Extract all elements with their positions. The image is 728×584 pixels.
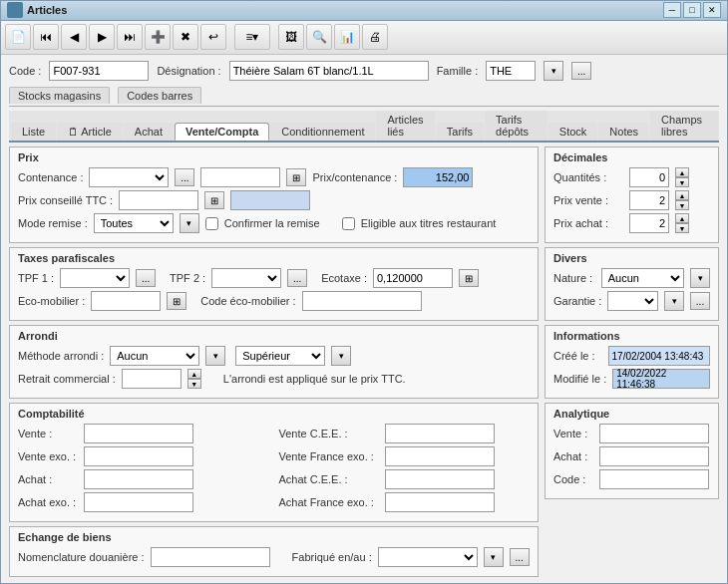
retrait-down-btn[interactable]: ▼: [187, 379, 201, 389]
vente-input[interactable]: [84, 424, 193, 443]
cree-row: Créé le : 17/02/2004 13:48:43: [553, 346, 710, 366]
vente-france-exo-input[interactable]: [385, 446, 495, 466]
tab-stock[interactable]: Stock: [548, 123, 598, 141]
tab-tarifs[interactable]: Tarifs: [436, 123, 484, 141]
contenance-input[interactable]: [200, 167, 280, 187]
tab-liste[interactable]: Liste: [11, 123, 56, 141]
toolbar-photo-btn[interactable]: 🖼: [278, 24, 304, 50]
prix-vente-down-btn[interactable]: ▼: [675, 200, 689, 210]
vente-label: Vente :: [18, 428, 78, 439]
window-title: Articles: [27, 4, 663, 16]
superieur-dropdown[interactable]: ▾: [331, 346, 351, 366]
ecotaxe-input[interactable]: [373, 268, 453, 288]
famille-dropdown-btn[interactable]: ▾: [544, 61, 563, 81]
minimize-button[interactable]: ─: [663, 2, 681, 18]
achat-input[interactable]: [84, 469, 193, 489]
toolbar-first-btn[interactable]: ⏮: [33, 24, 59, 50]
eligible-titres-checkbox[interactable]: [342, 217, 355, 230]
analytique-code-input[interactable]: [599, 469, 709, 489]
contenance-more-btn[interactable]: ...: [175, 168, 194, 186]
nature-select[interactable]: Aucun: [601, 268, 684, 288]
analytique-achat-input[interactable]: [599, 446, 709, 466]
achat-exo-input[interactable]: [84, 492, 193, 512]
close-button[interactable]: ✕: [703, 2, 721, 18]
tpf2-more-btn[interactable]: ...: [287, 269, 307, 287]
code-eco-input[interactable]: [302, 291, 422, 311]
quantites-input[interactable]: [629, 167, 669, 187]
designation-input[interactable]: [229, 61, 429, 81]
tab-achat[interactable]: Achat: [124, 123, 174, 141]
prix-vente-input[interactable]: [629, 190, 669, 210]
fabrique-more-btn[interactable]: ...: [510, 548, 530, 566]
mode-remise-dropdown[interactable]: ▾: [180, 213, 199, 233]
tab-champs-libres[interactable]: Champs libres: [650, 111, 718, 141]
prix-achat-down-btn[interactable]: ▼: [675, 223, 689, 233]
toolbar-list-btn[interactable]: ≡▾: [234, 24, 270, 50]
toolbar-print-btn[interactable]: 🖨: [362, 24, 388, 50]
contenance-calc-btn[interactable]: ⊞: [286, 168, 306, 186]
confirmer-remise-checkbox[interactable]: [205, 217, 218, 230]
tab-article[interactable]: 🗒Article: [57, 123, 123, 141]
achat-cee-input[interactable]: [385, 469, 495, 489]
famille-input[interactable]: [486, 61, 536, 81]
prix-vente-up-btn[interactable]: ▲: [675, 190, 689, 200]
title-bar: Articles ─ □ ✕: [1, 1, 727, 21]
tpf1-select[interactable]: [60, 268, 130, 288]
prix-conseille-input[interactable]: [119, 190, 198, 210]
toolbar-search-btn[interactable]: 🔍: [306, 24, 332, 50]
vente-cee-input[interactable]: [385, 424, 495, 443]
toolbar-cancel-btn[interactable]: ↩: [200, 24, 226, 50]
nomenclature-input[interactable]: [151, 547, 270, 567]
toolbar-chart-btn[interactable]: 📊: [334, 24, 360, 50]
tab-stocks-magasins[interactable]: Stocks magasins: [9, 87, 110, 104]
tab-vente-compta[interactable]: Vente/Compta: [175, 123, 269, 141]
prix-conseille-calc-btn[interactable]: ⊞: [204, 191, 224, 209]
tpf1-more-btn[interactable]: ...: [136, 269, 156, 287]
nature-dropdown[interactable]: ▾: [690, 268, 710, 288]
famille-more-btn[interactable]: ...: [571, 62, 591, 80]
achat-france-exo-input[interactable]: [385, 492, 495, 512]
compta-left: Vente : Vente exo. : Achat :: [18, 424, 269, 515]
fabrique-select[interactable]: [378, 547, 478, 567]
famille-label: Famille :: [437, 65, 479, 77]
eco-mobilier-calc-btn[interactable]: ⊞: [167, 292, 186, 310]
quantites-up-btn[interactable]: ▲: [675, 167, 689, 177]
tab-articles-lies[interactable]: Articles liés: [376, 111, 434, 141]
contenance-label: Contenance :: [18, 171, 83, 183]
achat-exo-row: Achat exo. :: [18, 492, 269, 512]
toolbar-play-btn[interactable]: ▶: [89, 24, 115, 50]
fabrique-dropdown[interactable]: ▾: [484, 547, 504, 567]
toolbar-prev-btn[interactable]: ◀: [61, 24, 87, 50]
toolbar-last-btn[interactable]: ⏭: [117, 24, 143, 50]
maximize-button[interactable]: □: [683, 2, 701, 18]
prix-achat-up-btn[interactable]: ▲: [675, 213, 689, 223]
garantie-more-btn[interactable]: ...: [690, 292, 710, 310]
tab-conditionnement[interactable]: Conditionnement: [270, 123, 375, 141]
mode-remise-select[interactable]: Toutes: [94, 213, 174, 233]
methode-dropdown[interactable]: ▾: [205, 346, 225, 366]
code-input[interactable]: [49, 61, 149, 81]
prix-achat-input[interactable]: [629, 213, 669, 233]
retrait-input[interactable]: [122, 369, 182, 389]
analytique-vente-input[interactable]: [599, 424, 709, 443]
garantie-select[interactable]: [607, 291, 658, 311]
echange-title: Echange de biens: [18, 531, 530, 543]
quantites-down-btn[interactable]: ▼: [675, 177, 689, 187]
tab-codes-barres[interactable]: Codes barres: [118, 87, 201, 104]
superieur-select[interactable]: Supérieur: [235, 346, 325, 366]
tpf2-select[interactable]: [211, 268, 281, 288]
toolbar-new-btn[interactable]: 📄: [5, 24, 31, 50]
methode-select[interactable]: Aucun: [110, 346, 199, 366]
eco-mobilier-input[interactable]: [91, 291, 161, 311]
ecotaxe-calc-btn[interactable]: ⊞: [459, 269, 479, 287]
analytique-code-row: Code :: [553, 469, 710, 489]
informations-panel: Informations Créé le : 17/02/2004 13:48:…: [545, 325, 719, 399]
toolbar-add-btn[interactable]: ➕: [145, 24, 171, 50]
garantie-dropdown[interactable]: ▾: [664, 291, 684, 311]
vente-exo-input[interactable]: [84, 446, 193, 466]
toolbar-delete-btn[interactable]: ✖: [173, 24, 198, 50]
contenance-select[interactable]: [89, 167, 169, 187]
tab-tarifs-depots[interactable]: Tarifs dépôts: [485, 111, 547, 141]
retrait-up-btn[interactable]: ▲: [187, 369, 201, 379]
tab-notes[interactable]: Notes: [598, 123, 649, 141]
